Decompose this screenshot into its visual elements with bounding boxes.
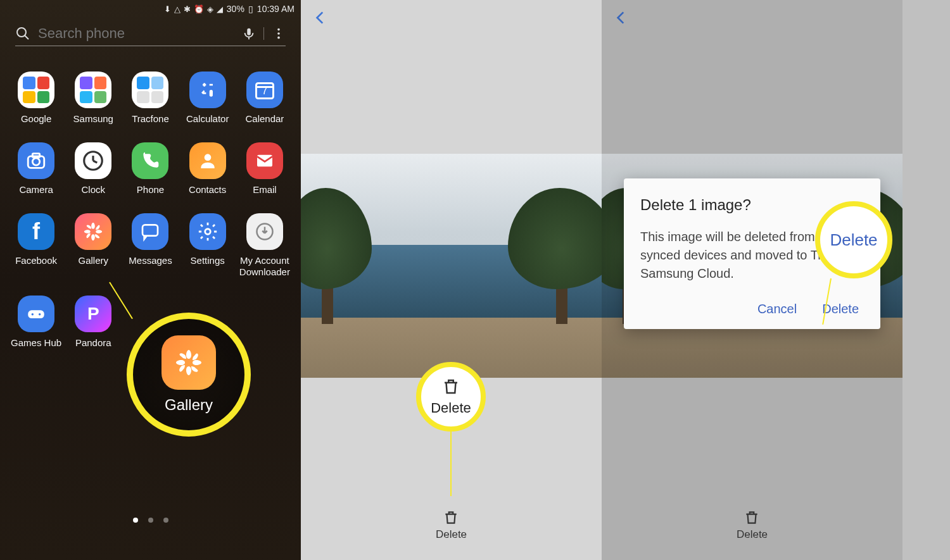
callout-label: Delete [830,230,877,250]
app-messages[interactable]: Messages [122,213,179,278]
delete-button[interactable]: Delete [436,509,467,541]
trash-icon [744,509,760,526]
svg-point-18 [32,158,39,165]
gallery-icon [162,335,216,390]
svg-point-0 [17,28,26,37]
screen-app-drawer: ⬇ △ ✱ ⏰ ◈ ◢ 30% ▯ 10:39 AM Google [0,0,301,560]
signal-icon: ◢ [217,4,223,14]
svg-point-13 [210,94,212,96]
clock-icon [75,142,111,179]
pandora-icon: P [75,296,111,332]
callout-line [450,432,452,496]
trash-icon [443,509,459,526]
kebab-icon[interactable] [272,27,286,40]
app-label: Samsung [73,113,113,125]
cancel-button[interactable]: Cancel [757,302,797,316]
app-label: Calendar [245,113,284,125]
status-icons: ⬇ △ ✱ ⏰ ◈ ◢ [164,4,223,14]
phone-icon [132,142,168,179]
screen-gallery-viewer: Delete Delete [301,0,602,560]
app-label: Clock [82,184,106,196]
callout-gallery: Gallery [127,313,251,437]
folder-icon [18,72,54,108]
callout-label: Delete [431,400,471,416]
app-label: Gallery [79,255,109,266]
app-label: Settings [191,255,225,266]
app-camera[interactable]: Camera [8,142,65,196]
app-facebook[interactable]: f Facebook [8,213,65,278]
calendar-icon: 7 [246,72,283,108]
app-email[interactable]: Email [236,142,293,196]
app-samsung[interactable]: Samsung [65,72,122,125]
svg-point-26 [205,229,210,235]
facebook-icon: f [18,213,54,250]
app-calendar[interactable]: 7 Calendar [236,72,293,125]
trash-icon [441,377,460,396]
clock-time: 10:39 AM [257,4,294,14]
viewer-toolbar [301,0,602,35]
gallery-icon [75,213,111,250]
app-label: Contacts [189,184,226,196]
delete-confirm-button[interactable]: Delete [822,302,859,316]
calculator-icon [189,72,226,108]
callout-delete: Delete [416,362,486,432]
search-input[interactable] [38,25,234,42]
app-label: Email [253,184,277,196]
svg-rect-25 [142,225,158,235]
page-indicator [0,514,301,525]
svg-line-22 [93,161,97,163]
app-gameshub[interactable]: Games Hub [8,296,65,349]
app-gallery[interactable]: Gallery [65,213,122,278]
delete-label: Delete [737,528,768,541]
app-contacts[interactable]: Contacts [179,142,236,196]
app-label: Phone [137,184,164,196]
app-label: Pandora [75,337,111,349]
download-icon [246,213,283,250]
app-label: Games Hub [11,337,61,349]
battery-percent: 30% [227,4,244,14]
app-pandora[interactable]: P Pandora [65,296,122,349]
settings-icon [189,213,226,250]
bottom-bar: Delete [301,490,602,560]
app-calculator[interactable]: Calculator [179,72,236,125]
search-bar[interactable] [15,25,286,46]
gamepad-icon [18,296,54,332]
camera-icon [18,142,54,179]
app-myaccount[interactable]: My Account Downloader [236,213,293,278]
contacts-icon [189,142,226,179]
svg-point-12 [210,90,212,92]
wifi-icon: ◈ [207,4,213,14]
battery-icon: ▯ [248,4,253,14]
app-label: Calculator [186,113,229,125]
app-google[interactable]: Google [8,72,65,125]
delete-button[interactable]: Delete [737,509,768,541]
app-tracfone[interactable]: Tracfone [122,72,179,125]
svg-rect-2 [247,28,251,35]
svg-point-29 [32,313,34,315]
svg-point-23 [204,154,211,161]
search-icon [15,26,30,41]
back-icon[interactable] [312,9,329,26]
photo[interactable] [301,154,602,378]
screen-delete-confirm: Delete 1 image? This image will be delet… [602,0,902,560]
app-label: Camera [19,184,53,196]
svg-point-5 [277,32,280,35]
cast-icon: △ [174,4,180,14]
app-clock[interactable]: Clock [65,142,122,196]
download-icon: ⬇ [164,4,171,14]
folder-icon [75,72,111,108]
app-phone[interactable]: Phone [122,142,179,196]
app-settings[interactable]: Settings [179,213,236,278]
app-label: Google [21,113,51,125]
email-icon [246,142,283,179]
alarm-icon: ⏰ [194,4,204,14]
messages-icon [132,213,168,250]
callout-label: Gallery [165,396,213,414]
svg-line-1 [25,35,28,39]
delete-label: Delete [436,528,467,541]
mic-icon[interactable] [242,27,256,40]
bottom-bar: Delete [602,490,902,560]
svg-point-30 [39,313,41,315]
svg-rect-28 [28,310,44,318]
app-label: My Account Downloader [236,255,293,278]
